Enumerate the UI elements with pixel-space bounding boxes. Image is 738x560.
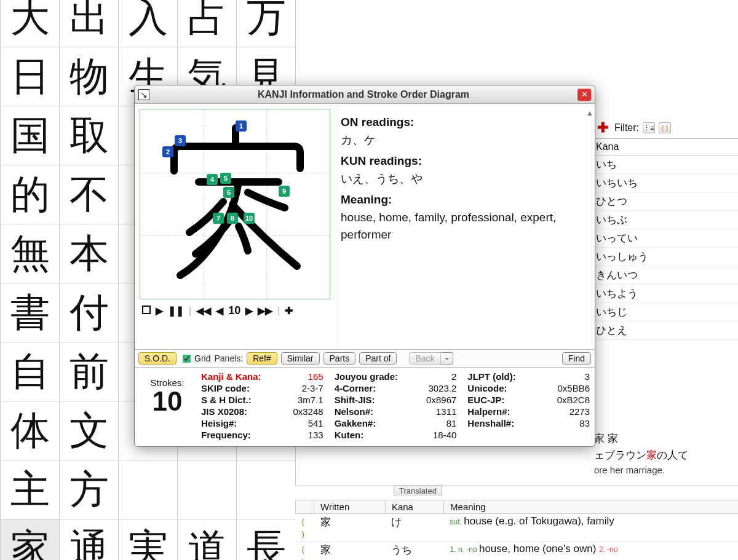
col-kana[interactable]: Kana [385,500,443,514]
kanji-info-dialog: ↘ KANJI Information and Stroke Order Dia… [134,85,595,447]
kanji-cell[interactable]: 実 [119,519,178,561]
stats-panel: Strokes: 10 Kanji & Kana:165Jouyou grade… [135,368,595,446]
table-row[interactable]: ( )家けsuf. house (e.g. of Tokugawa), fami… [296,514,739,542]
table-row[interactable]: ( )家うち1. n. -no house, home (one's own) … [296,542,739,561]
col-meaning[interactable]: Meaning [444,500,738,514]
marker-icon: ( ) [302,517,304,538]
kanji-cell[interactable]: 日 [1,47,60,106]
stat-row: Henshall#:83 [467,418,590,428]
kanji-cell[interactable]: 占 [178,0,237,47]
kanji-cell[interactable]: 物 [60,47,119,106]
kanji-cell[interactable]: 無 [1,224,60,283]
kanji-cell[interactable]: 前 [60,342,119,401]
kanji-cell[interactable]: 取 [60,106,119,165]
meaning-label: Meaning: [341,191,589,209]
kanji-cell[interactable]: 長 [237,519,296,561]
kanji-cell[interactable]: 体 [1,401,60,460]
pause-button[interactable]: ❚❚ [168,305,184,317]
kana-list-item[interactable]: いってい [591,229,738,248]
parts-button[interactable]: Parts [323,352,356,365]
kanji-cell[interactable]: 大 [1,0,60,47]
kanji-cell[interactable]: 国 [1,106,60,165]
stroke-number: 9 [279,186,290,197]
kanji-cell[interactable]: 文 [60,401,119,460]
kanji-cell[interactable]: 道 [178,519,237,561]
play-button[interactable]: ▶ [156,305,163,317]
kana-list-item[interactable]: いち [591,156,738,174]
kana-list-item[interactable]: いちぶ [591,211,738,229]
kanji-cell[interactable]: 入 [119,0,178,47]
rewind-button[interactable]: ◀◀ [196,305,211,317]
kanji-cell[interactable]: 主 [1,460,60,519]
kanji-cell[interactable]: 的 [1,165,60,224]
kanji-cell[interactable]: 本 [60,224,119,283]
partof-button[interactable]: Part of [359,352,397,365]
right-toolbar: ✚ Filter: ⋮≡ ( ) [591,117,738,139]
kanji-cell[interactable]: 方 [60,460,119,519]
kanji-cell[interactable]: 家 [1,519,60,561]
kana-list-item[interactable]: いちじ [591,303,738,321]
ffwd-button[interactable]: ▶▶ [258,305,272,317]
kanji-cell[interactable] [237,460,296,519]
close-icon[interactable]: ✕ [577,89,591,101]
scroll-up-icon[interactable]: ▲ [586,108,593,119]
stroke-number: 6 [223,187,234,198]
stat-row: Frequency:133 [201,430,323,440]
stroke-number: 5 [220,173,231,184]
kanji-cell[interactable]: 万 [237,0,296,47]
sod-button[interactable]: S.O.D. [138,352,177,365]
kana-list: いちいちいちひとついちぶいっていいっしゅうきんいついちよういちじひとえ [591,156,738,340]
meaning-text: house, home, family, professional, exper… [341,209,589,244]
kanji-cell[interactable]: 書 [1,283,60,342]
back-button[interactable]: Back [409,352,440,365]
stat-row: Gakken#:81 [335,418,457,428]
ref-button[interactable]: Ref# [247,352,277,365]
kana-list-item[interactable]: ひとえ [591,321,738,340]
stat-row: Shift-JIS:0x8967 [335,395,457,405]
add-button[interactable]: ✚ [595,120,611,136]
example-sentence-post: の人て [657,449,688,461]
kanji-cell[interactable]: 通 [60,519,119,561]
results-pane: Translated Written Kana Meaning ( )家けsuf… [295,486,738,560]
kana-list-item[interactable]: いっしゅう [591,248,738,266]
stroke-number: 2 [162,146,173,157]
strokes-value: 10 [140,388,195,415]
similar-button[interactable]: Similar [281,352,320,365]
filter-label: Filter: [614,122,639,133]
panels-label: Panels: [214,353,243,363]
dialog-titlebar[interactable]: ↘ KANJI Information and Stroke Order Dia… [135,85,595,104]
grid-checkbox[interactable]: Grid [180,353,210,365]
kana-list-item[interactable]: きんいつ [591,266,738,285]
popout-icon[interactable]: ↘ [138,89,149,100]
filter-toggle-button[interactable]: ( ) [659,122,671,133]
next-stroke-button[interactable]: ▶ [245,305,253,317]
right-pane: ✚ Filter: ⋮≡ ( ) Kana いちいちいちひとついちぶいっていいっ… [590,117,738,340]
stroke-number: 3 [175,135,186,146]
kana-list-item[interactable]: いちいち [591,174,738,192]
find-button[interactable]: Find [562,352,591,365]
zoom-in-button[interactable]: ✚ [285,305,293,317]
filter-mode-button[interactable]: ⋮≡ [643,122,655,133]
stroke-number: 10 [244,213,255,224]
prev-stroke-button[interactable]: ◀ [216,305,223,317]
kanji-cell[interactable]: 出 [60,0,119,47]
kanji-cell[interactable] [119,460,178,519]
cell-written: 家 [314,542,386,561]
kana-column-header: Kana [591,139,738,156]
stat-row: Kuten:18-40 [335,430,457,440]
stroke-number: 1 [236,120,247,132]
kana-list-item[interactable]: ひとつ [591,192,738,211]
kana-list-item[interactable]: いちよう [591,285,738,303]
kanji-cell[interactable] [178,460,237,519]
tab-translated[interactable]: Translated [394,485,442,496]
stop-button[interactable] [142,306,151,317]
kanji-cell[interactable]: 付 [60,283,119,342]
kanji-cell[interactable]: 自 [1,342,60,401]
stat-row: S & H Dict.:3m7.1 [201,395,323,405]
example-sentence-hl: 家 [646,449,657,461]
back-dropdown[interactable]: ⌄ [441,352,453,365]
stroke-number: 8 [227,213,238,224]
dialog-title: KANJI Information and Stroke Order Diagr… [149,89,577,100]
col-written[interactable]: Written [314,500,386,514]
kanji-cell[interactable]: 不 [60,165,119,224]
